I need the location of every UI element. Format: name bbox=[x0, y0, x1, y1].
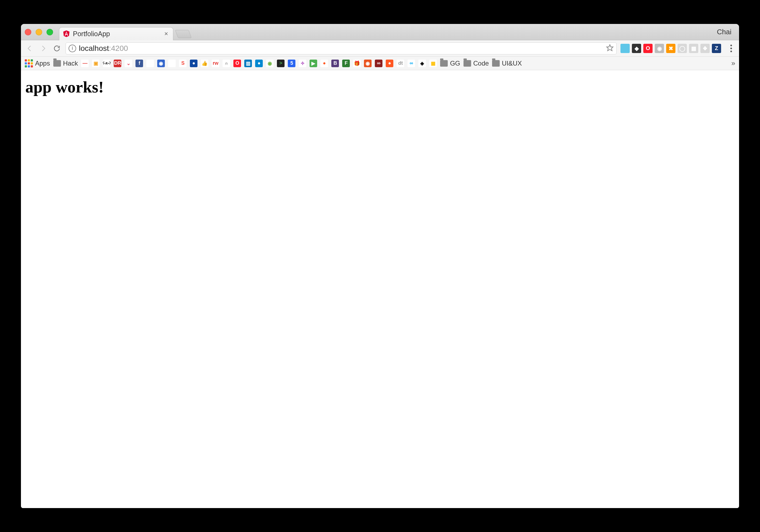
bookmark-folder-gg[interactable]: GG bbox=[440, 60, 460, 67]
bookmark-item[interactable]: ◉ bbox=[157, 60, 165, 67]
url-text: localhost:4200 bbox=[79, 44, 128, 53]
bookmark-item[interactable]: DR bbox=[114, 60, 121, 67]
play-icon: ▶ bbox=[309, 60, 317, 67]
ext-pocket-save[interactable]: ◆ bbox=[632, 44, 641, 53]
ext-clock[interactable]: ◯ bbox=[678, 44, 687, 53]
red-dot-icon: ● bbox=[386, 60, 393, 67]
bookmark-item[interactable]: > bbox=[277, 60, 285, 67]
folder-icon bbox=[492, 60, 500, 67]
box-icon: ▣ bbox=[92, 60, 100, 67]
shield-icon: ◉ bbox=[157, 60, 165, 67]
page-viewport: app works! bbox=[21, 70, 739, 508]
gift-icon: 🎁 bbox=[353, 60, 361, 67]
bookmark-item[interactable]: ʕ•ᴥ•ʔ bbox=[103, 60, 111, 67]
close-window-button[interactable] bbox=[25, 29, 31, 35]
bookmark-item[interactable]: F bbox=[342, 60, 350, 67]
back-button[interactable] bbox=[25, 43, 34, 53]
bookmark-item[interactable]: dt bbox=[397, 60, 404, 67]
minimize-window-button[interactable] bbox=[36, 29, 42, 35]
bookmark-item[interactable]: O bbox=[233, 60, 241, 67]
ext-grid1[interactable]: ▦ bbox=[689, 44, 698, 53]
bookmark-item[interactable]: ● bbox=[190, 60, 198, 67]
ghost-icon: ⍝ bbox=[222, 60, 230, 67]
bookmark-item[interactable]: ∞ bbox=[375, 60, 382, 67]
bookmark-item[interactable]: ⍝ bbox=[222, 60, 230, 67]
bookmarks-apps[interactable]: Apps bbox=[25, 59, 50, 68]
folder-icon bbox=[463, 60, 471, 67]
ext-orbit[interactable]: ✖ bbox=[666, 44, 675, 53]
browser-tab-active[interactable]: PortfolioApp × bbox=[59, 27, 173, 40]
bootstrap-icon: B bbox=[331, 60, 339, 67]
bookmark-item[interactable]: 👍 bbox=[201, 60, 208, 67]
ext-opera[interactable]: O bbox=[643, 44, 652, 53]
spring-icon: ◉ bbox=[266, 60, 274, 67]
bookmark-item[interactable]: — bbox=[81, 60, 89, 67]
bookmark-item[interactable]: B bbox=[331, 60, 339, 67]
bookmark-item[interactable]: rw bbox=[212, 60, 219, 67]
ext-camera[interactable]: ◉ bbox=[655, 44, 664, 53]
bookmark-item[interactable]: ● bbox=[386, 60, 393, 67]
tab-bar: PortfolioApp × Chai bbox=[21, 24, 739, 40]
bookmark-item[interactable]: 5 bbox=[288, 60, 295, 67]
bookmarks-overflow-button[interactable]: » bbox=[732, 59, 735, 68]
uikit-icon: ✧ bbox=[299, 60, 306, 67]
reload-button[interactable] bbox=[52, 43, 62, 53]
ext-evernote[interactable] bbox=[620, 44, 630, 53]
facebook-icon: f bbox=[135, 60, 143, 67]
toolbar: i localhost:4200 ◆O◉✖◯▦❖Z bbox=[21, 40, 739, 57]
apps-icon bbox=[25, 59, 33, 68]
bookmark-folder-code[interactable]: Code bbox=[463, 60, 489, 67]
bookmark-item[interactable]: ▶ bbox=[309, 60, 317, 67]
bookmark-item[interactable]: ▦ bbox=[429, 60, 437, 67]
bookmark-folder-label: GG bbox=[450, 60, 460, 67]
angular-icon bbox=[63, 30, 70, 37]
page-heading: app works! bbox=[25, 78, 735, 97]
bookmark-item[interactable]: 🎁 bbox=[353, 60, 361, 67]
bookmark-item[interactable]: ✧ bbox=[299, 60, 306, 67]
bookmark-folder-label: Code bbox=[473, 60, 489, 67]
bookmark-item[interactable] bbox=[146, 60, 154, 67]
terminal-icon: > bbox=[277, 60, 285, 67]
forward-button[interactable] bbox=[38, 43, 48, 53]
bookmark-folder-hack[interactable]: Hack bbox=[53, 60, 78, 67]
bookmark-item[interactable]: ◉ bbox=[266, 60, 274, 67]
ext-z[interactable]: Z bbox=[712, 44, 721, 53]
bookmark-item[interactable]: ◈ bbox=[418, 60, 426, 67]
bookmark-item[interactable]: ▣ bbox=[92, 60, 100, 67]
bookmark-item[interactable] bbox=[168, 60, 176, 67]
address-bar[interactable]: i localhost:4200 bbox=[66, 42, 617, 54]
bookmark-item[interactable]: ● bbox=[255, 60, 263, 67]
ext-grid2[interactable]: ❖ bbox=[700, 44, 710, 53]
folder-icon bbox=[53, 60, 61, 67]
cloud-icon: ∞ bbox=[407, 60, 415, 67]
bookmark-item[interactable]: S bbox=[179, 60, 187, 67]
bookmark-item[interactable]: ▥ bbox=[244, 60, 252, 67]
maximize-window-button[interactable] bbox=[47, 29, 53, 35]
bookmark-folder-label: UI&UX bbox=[502, 60, 522, 67]
bookmark-folder-label: Hack bbox=[63, 60, 78, 67]
opera-bm-icon: O bbox=[233, 60, 241, 67]
close-tab-button[interactable]: × bbox=[164, 30, 168, 37]
underscore-icon: — bbox=[81, 60, 89, 67]
profile-label[interactable]: Chai bbox=[717, 28, 735, 36]
bookmarks-bar: Apps Hack—▣ʕ•ᴥ•ʔDR⌄f◉S●👍rw⍝O▥●◉>5✧▶●BF🎁◉… bbox=[21, 57, 739, 70]
new-tab-button[interactable] bbox=[175, 30, 192, 38]
browser-window: PortfolioApp × Chai i localhost:4200 ◆O◉… bbox=[21, 24, 739, 508]
bookmark-item[interactable]: f bbox=[135, 60, 143, 67]
bookmark-item[interactable]: ◉ bbox=[364, 60, 372, 67]
site-info-icon[interactable]: i bbox=[69, 45, 76, 52]
dr-icon: DR bbox=[114, 60, 121, 67]
thumb-icon: 👍 bbox=[201, 60, 208, 67]
bookmark-item[interactable]: ∞ bbox=[407, 60, 415, 67]
bookmark-star-button[interactable] bbox=[606, 44, 614, 53]
html5-icon: 5 bbox=[288, 60, 295, 67]
bookmark-folder-ui-ux[interactable]: UI&UX bbox=[492, 60, 522, 67]
trello-icon: ▥ bbox=[244, 60, 252, 67]
bookmark-item[interactable]: ● bbox=[320, 60, 328, 67]
folder-icon bbox=[440, 60, 448, 67]
orange-dot-icon: ● bbox=[320, 60, 328, 67]
svg-marker-3 bbox=[607, 45, 613, 51]
bookmark-item[interactable]: ⌄ bbox=[124, 60, 132, 67]
s-icon: S bbox=[179, 60, 187, 67]
browser-menu-button[interactable] bbox=[727, 45, 735, 52]
